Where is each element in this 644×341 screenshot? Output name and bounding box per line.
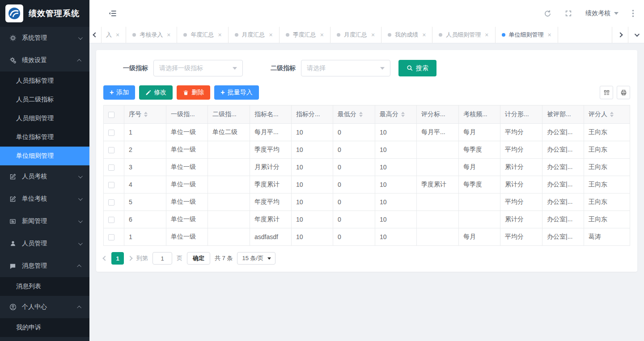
col-seq[interactable]: 序号	[124, 105, 166, 124]
sort-icon[interactable]	[610, 112, 614, 117]
col-indicator-score[interactable]: 指标分...	[292, 105, 333, 124]
row-checkbox[interactable]	[108, 199, 114, 206]
col-scoring-standard[interactable]: 评分标...	[417, 105, 459, 124]
fullscreen-icon[interactable]	[565, 10, 572, 17]
search-button[interactable]: 搜索	[398, 60, 436, 76]
columns-settings-button[interactable]	[600, 86, 613, 99]
collapse-sidebar-icon[interactable]	[109, 10, 117, 17]
chevron-down-icon	[78, 219, 83, 223]
sidebar-item-personnel-management[interactable]: 人员管理	[0, 232, 89, 255]
goto-page-input[interactable]	[153, 252, 172, 265]
trash-icon	[183, 90, 189, 96]
goto-confirm-button[interactable]: 确定	[187, 252, 210, 265]
kebab-menu-icon[interactable]	[632, 9, 634, 17]
cell-seq: 1	[124, 228, 166, 246]
close-icon[interactable]: ×	[422, 32, 426, 38]
delete-button[interactable]: 删除	[177, 85, 210, 100]
edit-square-icon	[9, 195, 17, 203]
table-row[interactable]: 6 单位一级 年度累计 10 0 10 累计分 办公室|... 王向东	[104, 211, 630, 228]
sidebar-item-personnel-assessment[interactable]: 人员考核	[0, 165, 89, 188]
sidebar-item-unit-indicator-management[interactable]: 单位指标管理	[0, 128, 89, 147]
tab-personnel-rule-management[interactable]: 人员细则管理 ×	[432, 27, 495, 43]
sidebar-item-personnel-indicator-management[interactable]: 人员指标管理	[0, 72, 89, 90]
table-row[interactable]: 1 单位一级 单位二级 每月平... 10 0 10 每月平... 每月 平均分…	[104, 124, 630, 141]
tab-quarterly-summary[interactable]: 季度汇总 ×	[279, 27, 330, 43]
table-row[interactable]: 2 单位一级 季度平均 10 0 10 每季度 平均分 办公室|... 王向东	[104, 141, 630, 159]
close-icon[interactable]: ×	[371, 32, 375, 38]
close-icon[interactable]: ×	[485, 32, 488, 38]
row-checkbox[interactable]	[108, 217, 114, 223]
sidebar-item-unit-assessment[interactable]: 单位考核	[0, 188, 89, 210]
cell-level1: 单位一级	[166, 211, 208, 228]
gears-icon	[9, 57, 17, 64]
col-indicator-name[interactable]: 指标名...	[250, 105, 292, 124]
col-assessment-frequency[interactable]: 考核频...	[459, 105, 500, 124]
row-checkbox[interactable]	[108, 130, 114, 136]
tab-label: 单位细则管理	[509, 31, 544, 39]
close-icon[interactable]: ×	[116, 32, 119, 38]
table-row[interactable]: 5 单位一级 年度平均 10 0 10 平均分 办公室|... 王向东	[104, 194, 630, 211]
tab-annual-summary[interactable]: 年度汇总 ×	[177, 27, 228, 43]
close-icon[interactable]: ×	[548, 32, 551, 38]
table-row[interactable]: 1 单位一级 asdfasdf 10 0 10 每月 平均分 办公室|... 葛…	[104, 228, 630, 246]
sidebar-item-message-list[interactable]: 消息列表	[0, 277, 89, 296]
sidebar-item-performance-settings[interactable]: 绩效设置	[0, 49, 89, 72]
close-icon[interactable]: ×	[167, 32, 170, 38]
col-assessed-department[interactable]: 被评部...	[542, 105, 584, 124]
performance-settings-submenu: 人员指标管理 人员二级指标 人员细则管理 单位指标管理 单位细则管理	[0, 72, 89, 165]
col-scoring-form[interactable]: 计分形...	[500, 105, 542, 124]
col-level2[interactable]: 二级指...	[208, 105, 250, 124]
col-min-score[interactable]: 最低分	[333, 105, 375, 124]
row-checkbox[interactable]	[108, 234, 114, 240]
sidebar-item-my-appeal[interactable]: 我的申诉	[0, 318, 89, 337]
level2-indicator-select[interactable]: 请选择	[301, 60, 390, 76]
table-row[interactable]: 3 单位一级 月累计分 10 0 10 每月 累计分 办公室|... 王向东	[104, 159, 630, 176]
select-all-checkbox[interactable]	[108, 112, 114, 118]
sort-icon[interactable]	[144, 112, 148, 117]
tab-monthly-summary[interactable]: 月度汇总 ×	[228, 27, 279, 43]
print-button[interactable]	[617, 86, 630, 99]
sidebar-item-personnel-secondary-indicator[interactable]: 人员二级指标	[0, 90, 89, 109]
sidebar-item-system-management[interactable]: 系统管理	[0, 27, 89, 49]
cell-level1: 单位一级	[166, 159, 208, 176]
edit-button[interactable]: 修改	[139, 85, 173, 100]
close-icon[interactable]: ×	[320, 32, 324, 38]
table-row[interactable]: 4 单位一级 季度累计 10 0 10 季度累计 每季度 累计分 办公室|...…	[104, 176, 630, 194]
page-number-button[interactable]: 1	[111, 252, 124, 265]
col-level1[interactable]: 一级指...	[166, 105, 208, 124]
sort-icon[interactable]	[401, 112, 405, 117]
close-icon[interactable]: ×	[269, 32, 273, 38]
sidebar-item-personal-center[interactable]: 个人中心	[0, 296, 89, 318]
tab-monthly-summary-2[interactable]: 月度汇总 ×	[330, 27, 381, 43]
sidebar-item-news-management[interactable]: 新闻管理	[0, 210, 89, 232]
sidebar-item-message-management[interactable]: 消息管理	[0, 255, 89, 277]
level1-indicator-select[interactable]: 请选择一级指标	[153, 60, 243, 76]
close-icon[interactable]: ×	[218, 32, 221, 38]
row-checkbox[interactable]	[108, 182, 114, 188]
sort-icon[interactable]	[359, 112, 363, 117]
cell-scorer: 王向东	[584, 141, 630, 159]
row-checkbox[interactable]	[108, 147, 114, 153]
goto-page-prefix: 到第	[136, 254, 148, 262]
tab-my-scores[interactable]: 我的成绩 ×	[381, 27, 432, 43]
tab-assessment-entry[interactable]: 考核录入 ×	[126, 27, 177, 43]
prev-page-button[interactable]	[102, 256, 107, 261]
next-page-button[interactable]	[127, 256, 132, 261]
sidebar-item-personnel-rule-management[interactable]: 人员细则管理	[0, 109, 89, 128]
add-button[interactable]: + 添加	[103, 85, 135, 100]
col-scorer[interactable]: 评分人	[584, 105, 630, 124]
sidebar-item-unit-rule-management[interactable]: 单位细则管理	[0, 147, 89, 165]
page-size-select[interactable]: 15 条/页	[237, 252, 275, 265]
col-max-score[interactable]: 最高分	[375, 105, 417, 124]
main-region: 绩效考核 入 × 考核录入 ×	[89, 0, 644, 341]
tabs-dropdown-button[interactable]	[628, 27, 644, 43]
refresh-icon[interactable]	[544, 10, 551, 17]
row-checkbox[interactable]	[108, 164, 114, 171]
tabs-scroll-left-button[interactable]	[89, 27, 101, 43]
tab-truncated[interactable]: 入 ×	[101, 27, 126, 43]
user-menu[interactable]: 绩效考核	[585, 9, 619, 17]
tab-label: 我的成绩	[395, 31, 418, 39]
tab-unit-rule-management[interactable]: 单位细则管理 ×	[495, 27, 558, 43]
tabs-scroll-right-button[interactable]	[612, 27, 628, 43]
batch-import-button[interactable]: + 批量导入	[214, 85, 258, 100]
